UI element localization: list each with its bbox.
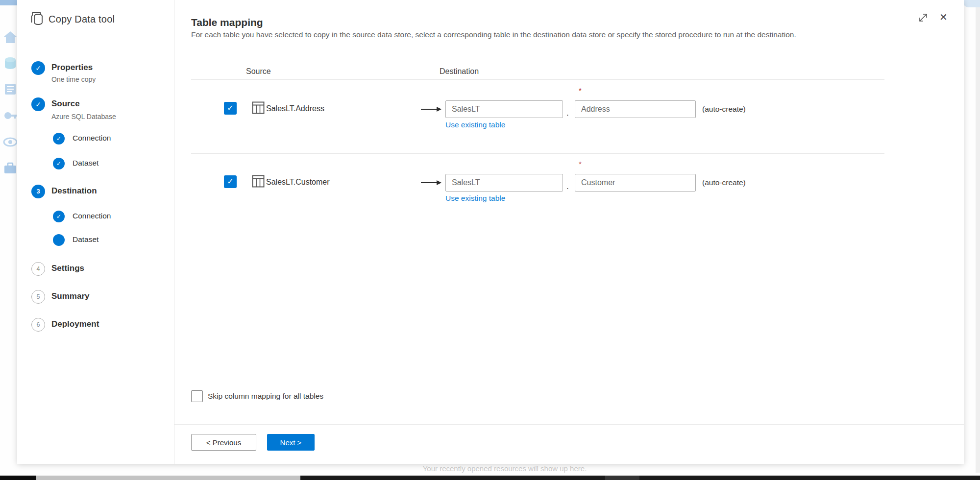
- taskbar-segment: [0, 476, 36, 480]
- page-description: For each table you have selected to copy…: [191, 30, 796, 39]
- column-header-source: Source: [246, 67, 271, 76]
- sidebar-item-source-connection: Connection: [73, 134, 111, 143]
- source-table-name: SalesLT.Customer: [266, 178, 330, 187]
- close-icon[interactable]: ✕: [939, 11, 948, 24]
- substep-circle-destination-dataset: [53, 234, 65, 246]
- taskbar-segment: [36, 476, 300, 480]
- sidebar-item-destination-dataset: Dataset: [73, 235, 98, 244]
- arrow-right-icon: [420, 106, 441, 113]
- sidebar-item-source-dataset: Dataset: [73, 159, 98, 168]
- substep-circle-source-connection: ✓: [53, 133, 65, 144]
- substep-circle-destination-connection: ✓: [53, 211, 65, 222]
- required-asterisk: *: [579, 86, 582, 95]
- sidebar-item-source: Source: [51, 99, 80, 109]
- use-existing-table-link[interactable]: Use existing table: [445, 194, 505, 203]
- schema-table-separator: .: [566, 108, 569, 118]
- row-divider: [191, 153, 884, 154]
- required-asterisk: *: [579, 160, 582, 168]
- destination-table-input[interactable]: [575, 100, 696, 118]
- next-button[interactable]: Next >: [267, 434, 315, 451]
- previous-button[interactable]: < Previous: [191, 434, 256, 451]
- sidebar-item-properties: Properties: [51, 63, 93, 72]
- row-checkbox[interactable]: ✓: [224, 175, 237, 188]
- page-title: Table mapping: [191, 17, 263, 28]
- skip-column-mapping-label: Skip column mapping for all tables: [208, 392, 323, 401]
- header-divider: [191, 79, 884, 80]
- taskbar: [0, 476, 980, 480]
- destination-schema-input[interactable]: [445, 100, 563, 118]
- copy-data-tool-dialog: Copy Data tool ✕ ✓ Properties One time c…: [17, 0, 964, 464]
- taskbar-segment: [605, 476, 639, 480]
- use-existing-table-link[interactable]: Use existing table: [445, 120, 505, 129]
- step-circle-source: ✓: [31, 97, 45, 111]
- sidebar-item-destination-connection: Connection: [73, 212, 111, 220]
- row-checkbox[interactable]: ✓: [224, 102, 237, 115]
- dialog-title: Copy Data tool: [49, 14, 115, 25]
- properties-subtitle: One time copy: [51, 75, 96, 83]
- destination-table-input[interactable]: [575, 174, 696, 192]
- footer-divider: [174, 424, 964, 425]
- step-circle-deployment: 6: [31, 318, 45, 332]
- sidebar-item-summary: Summary: [51, 291, 89, 301]
- source-table-name: SalesLT.Address: [266, 104, 324, 113]
- schema-table-separator: .: [566, 182, 569, 192]
- auto-create-note: (auto-create): [702, 178, 746, 187]
- substep-circle-source-dataset: ✓: [53, 158, 65, 169]
- arrow-right-icon: [420, 179, 441, 186]
- sidebar-item-deployment: Deployment: [51, 319, 99, 329]
- step-circle-summary: 5: [31, 290, 45, 304]
- skip-column-mapping-checkbox[interactable]: [191, 390, 203, 402]
- column-header-destination: Destination: [440, 67, 479, 76]
- sidebar-divider: [174, 0, 174, 464]
- step-circle-destination: 3: [31, 185, 45, 198]
- source-subtitle: Azure SQL Database: [51, 113, 116, 120]
- copy-data-tool-icon: [29, 11, 45, 26]
- sidebar-item-settings: Settings: [51, 264, 84, 273]
- row-divider: [191, 227, 884, 227]
- table-icon: [252, 174, 265, 188]
- table-icon: [252, 101, 265, 115]
- step-circle-properties: ✓: [31, 61, 45, 75]
- expand-icon[interactable]: [918, 12, 929, 23]
- auto-create-note: (auto-create): [702, 105, 746, 114]
- sidebar-item-destination: Destination: [51, 186, 97, 196]
- step-circle-settings: 4: [31, 262, 45, 276]
- destination-schema-input[interactable]: [445, 174, 563, 192]
